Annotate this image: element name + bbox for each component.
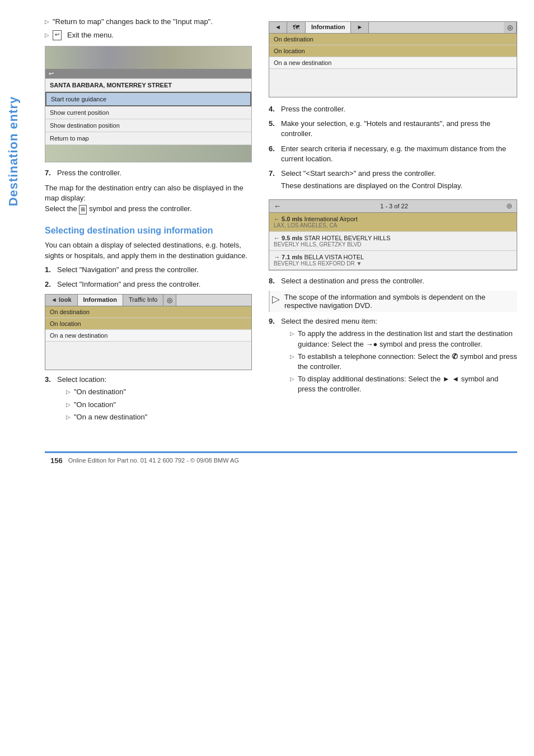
map-area-bottom	[45, 145, 251, 162]
info-row-on-destination[interactable]: On destination	[45, 306, 251, 318]
step-2-text: Select "Information" and press the contr…	[57, 279, 200, 290]
results-back-icon: ←	[274, 202, 282, 211]
info-right-empty	[269, 69, 517, 97]
step-4: 4. Press the controller.	[269, 104, 517, 114]
menu-start-text: Start route guidance	[51, 96, 106, 102]
tab-traffic[interactable]: Traffic Info	[123, 295, 163, 306]
tri-9-3: ▷	[290, 375, 294, 394]
step-5-num: 5.	[269, 119, 278, 139]
menu-item-header: ↩	[45, 69, 251, 79]
page-footer: 156 Online Edition for Part no. 01 41 2 …	[45, 451, 517, 465]
step-4-num: 4.	[269, 104, 278, 114]
result-row-1[interactable]: ← 5.0 mls International Airport LAX, LOS…	[269, 213, 517, 232]
sub-apply-text: To apply the address in the destination …	[298, 329, 517, 349]
sub-loc-text: "On location"	[74, 400, 116, 410]
info-tabs-right: ◄ 🗺 Information ► ◎	[269, 22, 517, 34]
result-1-addr: LAX, LOS ANGELES, CA	[274, 222, 512, 228]
result-3-arrow: →	[274, 254, 282, 260]
result-2-arrow: ←	[274, 235, 282, 241]
menu-item-show-dest[interactable]: Show destination position	[45, 119, 251, 132]
grid-icon: ⊞	[79, 205, 87, 214]
menu-item-address[interactable]: SANTA BARBARA, MONTERREY STREET	[45, 79, 251, 92]
tab-info-right[interactable]: Information	[306, 22, 352, 33]
info-row-dest-text: On destination	[50, 309, 90, 315]
step-2-num: 2.	[45, 279, 54, 290]
step-9-num: 9.	[269, 316, 278, 396]
tab-look[interactable]: ◄ look	[45, 295, 78, 306]
right-column: ◄ 🗺 Information ► ◎ On destination On lo…	[269, 17, 517, 429]
bullet-return-text: "Return to map" changes back to the "Inp…	[53, 17, 213, 27]
step-7-text: Press the controller.	[57, 168, 121, 178]
tri-9-1: ▷	[290, 330, 294, 349]
result-3-addr: BEVERLY HILLS REXFORD DR ▼	[274, 260, 512, 267]
result-row-3[interactable]: → 7.1 mls BELLA VISTA HOTEL BEVERLY HILL…	[269, 251, 517, 270]
tab-back-right[interactable]: ◄	[269, 22, 287, 33]
info-tabs: ◄ look Information Traffic Info ◎	[45, 295, 251, 306]
step-3-text: Select location:	[57, 375, 106, 384]
sub-phone-text: To establish a telephone connection: Sel…	[298, 352, 517, 372]
footer-text: Online Edition for Part no. 01 41 2 600 …	[68, 457, 239, 464]
step-1-num: 1.	[45, 265, 54, 275]
menu-show-current-text: Show current position	[50, 109, 109, 116]
menu-item-show-current[interactable]: Show current position	[45, 106, 251, 119]
sub-on-destination: ▷ "On destination"	[66, 387, 147, 397]
note-text: The scope of the information and symbols…	[284, 293, 515, 310]
info-right-loc[interactable]: On location	[269, 45, 517, 57]
tab-settings-icon[interactable]: ◎	[163, 295, 176, 306]
step-7-num: 7.	[45, 168, 54, 178]
info-row-on-location[interactable]: On location	[45, 318, 251, 330]
step-7r-num: 7.	[269, 169, 278, 195]
tab-map-icon[interactable]: 🗺	[287, 22, 306, 33]
tab-forward-right[interactable]: ►	[351, 22, 369, 33]
result-3-main: → 7.1 mls BELLA VISTA HOTEL	[274, 254, 512, 260]
step-7r-text: Select "<Start search>" and press the co…	[281, 169, 436, 178]
result-2-dist: 9.5 mls	[282, 235, 304, 241]
step-8: 8. Select a destination and press the co…	[269, 276, 517, 286]
bullet-return-to-map: ▷ "Return to map" changes back to the "I…	[45, 17, 252, 27]
back-icon: ↩	[49, 70, 54, 77]
sidebar-label-text: Destination entry	[6, 96, 21, 207]
main-content: ▷ "Return to map" changes back to the "I…	[34, 0, 534, 482]
tri-9-2: ▷	[290, 353, 294, 372]
info-right-dest[interactable]: On destination	[269, 34, 517, 45]
tab-information[interactable]: Information	[78, 295, 124, 306]
step-7r-note: These destinations are displayed on the …	[281, 181, 462, 192]
result-row-2[interactable]: ← 9.5 mls STAR HOTEL BEVERLY HILLS BEVER…	[269, 232, 517, 251]
triangle-icon: ▷	[45, 18, 49, 27]
results-count: 1 - 3 of 22	[380, 203, 408, 209]
info-row-new-dest[interactable]: On a new destination	[45, 330, 251, 342]
triangle-icon-2: ▷	[45, 31, 49, 40]
step-9-text: Select the desired menu item:	[281, 317, 377, 325]
note-box: ▷ The scope of the information and symbo…	[269, 291, 517, 312]
bullet-exit-menu: ▷ ↩ Exit the menu.	[45, 30, 252, 40]
result-2-name: STAR HOTEL BEVERLY HILLS	[304, 235, 390, 241]
sidebar-label: Destination entry	[0, 67, 27, 235]
step-6-text: Enter search criteria if necessary, e.g.…	[281, 144, 517, 164]
sub-phone: ▷ To establish a telephone connection: S…	[290, 352, 517, 372]
step-5: 5. Make your selection, e.g. "Hotels and…	[269, 119, 517, 139]
step-8-num: 8.	[269, 276, 278, 286]
result-2-main: ← 9.5 mls STAR HOTEL BEVERLY HILLS	[274, 235, 512, 241]
menu-screenshot: ↩ SANTA BARBARA, MONTERREY STREET Start …	[45, 46, 252, 162]
step-5-text: Make your selection, e.g. "Hotels and re…	[281, 119, 517, 139]
bullet-exit-text: Exit the menu.	[67, 30, 114, 40]
left-column: ▷ "Return to map" changes back to the "I…	[45, 17, 252, 429]
results-screenshot: ← 1 - 3 of 22 ◎ ← 5.0 mls International …	[269, 199, 517, 270]
results-header: ← 1 - 3 of 22 ◎	[269, 200, 517, 213]
tri-2: ▷	[66, 401, 71, 410]
step-6-num: 6.	[269, 144, 278, 164]
results-settings-icon: ◎	[507, 202, 512, 209]
info-screenshot-right: ◄ 🗺 Information ► ◎ On destination On lo…	[269, 21, 517, 97]
step-4-text: Press the controller.	[281, 104, 345, 114]
menu-item-return-map[interactable]: Return to map	[45, 132, 251, 145]
exit-icon: ↩	[53, 30, 62, 40]
sub-newdest-text: "On a new destination"	[74, 412, 147, 422]
two-column-layout: ▷ "Return to map" changes back to the "I…	[45, 17, 517, 429]
info-row-loc-text: On location	[50, 320, 81, 327]
info-right-newdest[interactable]: On a new destination	[269, 57, 517, 69]
section-heading-text: Selecting destination using information	[45, 226, 213, 235]
step-9-subs: ▷ To apply the address in the destinatio…	[290, 329, 517, 394]
menu-item-start-route[interactable]: Start route guidance	[45, 92, 251, 106]
section-intro: You can obtain a display of selected des…	[45, 240, 252, 262]
tab-settings-right[interactable]: ◎	[504, 22, 517, 33]
